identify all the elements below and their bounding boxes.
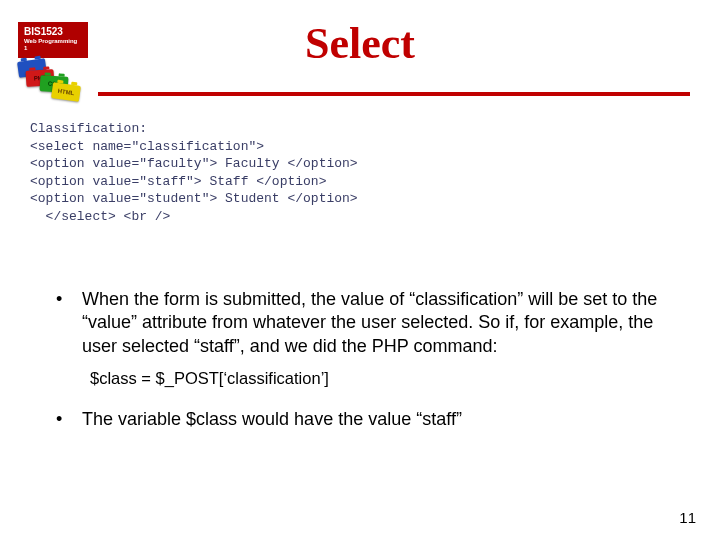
bullet-item: When the form is submitted, the value of…	[48, 288, 690, 358]
code-line: <option value="staff"> Staff </option>	[30, 174, 326, 189]
code-line: <option value="student"> Student </optio…	[30, 191, 358, 206]
bullet-text: When the form is submitted, the value of…	[82, 289, 657, 356]
code-line: Classification:	[30, 121, 147, 136]
title-divider	[98, 92, 690, 96]
bullet-text: The variable $class would have the value…	[82, 409, 462, 429]
page-number: 11	[679, 509, 696, 526]
slide-content: When the form is submitted, the value of…	[48, 288, 690, 441]
slide-title: Select	[0, 18, 720, 69]
code-line: <option value="faculty"> Faculty </optio…	[30, 156, 358, 171]
bullet-item: The variable $class would have the value…	[48, 408, 690, 431]
code-line: </select> <br />	[30, 209, 170, 224]
code-example: Classification: <select name="classifica…	[30, 120, 358, 225]
code-line: <select name="classification">	[30, 139, 264, 154]
block-html: HTML	[51, 83, 81, 103]
sub-code: $class = $_POST[‘classification’]	[90, 368, 690, 389]
